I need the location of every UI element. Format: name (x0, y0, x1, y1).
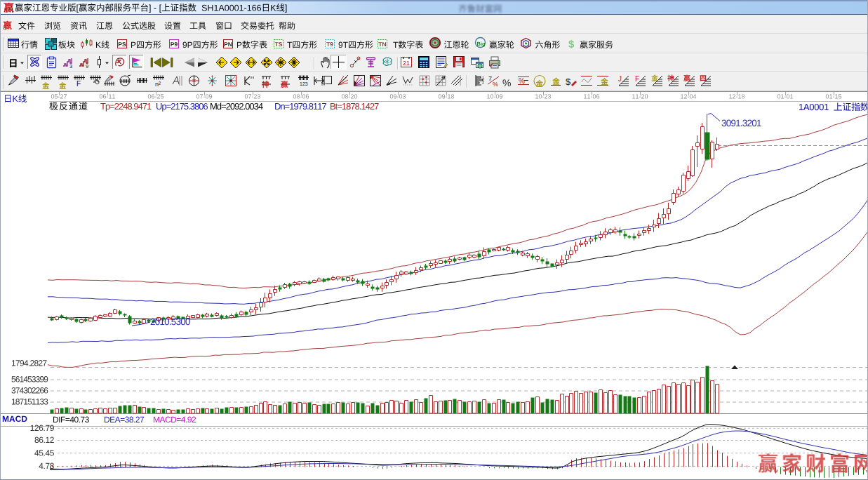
svg-text:123: 123 (300, 81, 308, 86)
svg-text:J: J (618, 75, 622, 83)
svg-text:F: F (76, 80, 81, 88)
svg-text:2: 2 (482, 80, 484, 84)
svg-text:%: % (519, 77, 525, 85)
svg-text:21: 21 (403, 60, 410, 67)
svg-text:7: 7 (488, 75, 492, 82)
svg-text:3: 3 (69, 63, 72, 69)
svg-text:n²: n² (155, 81, 161, 88)
svg-text:9: 9 (86, 63, 88, 69)
svg-text:%: % (493, 81, 498, 88)
svg-text:$: $ (566, 76, 571, 87)
svg-text:F: F (635, 75, 639, 83)
